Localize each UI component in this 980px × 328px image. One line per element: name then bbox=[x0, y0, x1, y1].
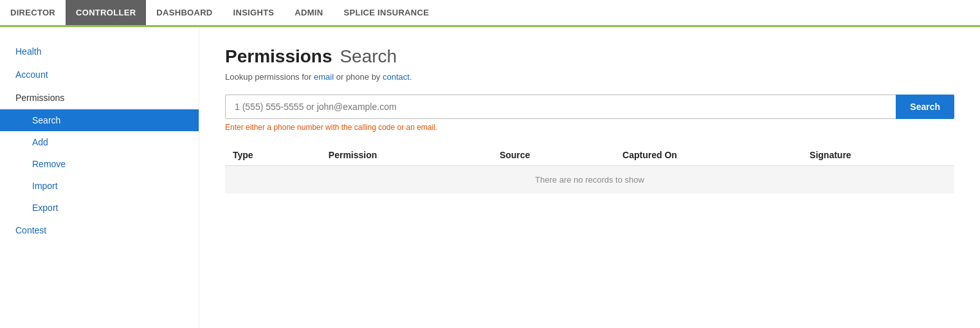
sidebar-item-contest[interactable]: Contest bbox=[0, 219, 199, 242]
col-captured-on: Captured On bbox=[615, 145, 802, 166]
subtitle-email: email bbox=[314, 72, 334, 82]
nav-admin[interactable]: ADMIN bbox=[284, 0, 333, 25]
table-header-row: Type Permission Source Captured On Signa… bbox=[225, 145, 954, 166]
sidebar-sub-import[interactable]: Import bbox=[0, 175, 199, 197]
sidebar-item-account[interactable]: Account bbox=[0, 63, 199, 86]
table-head: Type Permission Source Captured On Signa… bbox=[225, 145, 954, 166]
table-body: There are no records to show bbox=[225, 166, 954, 194]
page-heading: Permissions Search bbox=[225, 46, 954, 67]
col-signature: Signature bbox=[802, 145, 954, 166]
page-layout: Health Account Permissions Search Add Re… bbox=[0, 27, 980, 328]
sidebar-sub-search[interactable]: Search bbox=[0, 109, 199, 131]
nav-dashboard[interactable]: DASHBOARD bbox=[146, 0, 222, 25]
subtitle-contact: contact bbox=[383, 72, 410, 82]
empty-message: There are no records to show bbox=[225, 166, 954, 194]
search-button[interactable]: Search bbox=[896, 95, 954, 119]
subtitle-pre: Lookup permissions for bbox=[225, 72, 314, 82]
sidebar-sub-export[interactable]: Export bbox=[0, 197, 199, 219]
nav-insights[interactable]: INSIGHTS bbox=[223, 0, 285, 25]
table-row-empty: There are no records to show bbox=[225, 166, 954, 194]
subtitle-mid: or phone by bbox=[334, 72, 383, 82]
sidebar-sub-add[interactable]: Add bbox=[0, 131, 199, 153]
subtitle-end: . bbox=[410, 72, 412, 82]
top-nav: DIRECTOR CONTROLLER DASHBOARD INSIGHTS A… bbox=[0, 0, 980, 27]
search-input[interactable] bbox=[225, 95, 896, 119]
sidebar: Health Account Permissions Search Add Re… bbox=[0, 27, 199, 328]
col-source: Source bbox=[492, 145, 615, 166]
col-permission: Permission bbox=[321, 145, 492, 166]
sidebar-item-health[interactable]: Health bbox=[0, 40, 199, 63]
nav-controller[interactable]: CONTROLLER bbox=[66, 0, 146, 25]
nav-splice-insurance[interactable]: SPLICE INSURANCE bbox=[333, 0, 439, 25]
subtitle: Lookup permissions for email or phone by… bbox=[225, 72, 954, 82]
page-title-sub: Search bbox=[340, 46, 397, 66]
sidebar-sub-remove[interactable]: Remove bbox=[0, 153, 199, 175]
main-content: Permissions Search Lookup permissions fo… bbox=[199, 27, 980, 328]
results-table: Type Permission Source Captured On Signa… bbox=[225, 145, 954, 194]
hint-text: Enter either a phone number with the cal… bbox=[225, 123, 954, 132]
sidebar-item-permissions[interactable]: Permissions bbox=[0, 86, 199, 109]
nav-director[interactable]: DIRECTOR bbox=[0, 0, 66, 25]
search-row: Search bbox=[225, 95, 954, 119]
col-type: Type bbox=[225, 145, 321, 166]
page-title: Permissions bbox=[225, 46, 332, 66]
